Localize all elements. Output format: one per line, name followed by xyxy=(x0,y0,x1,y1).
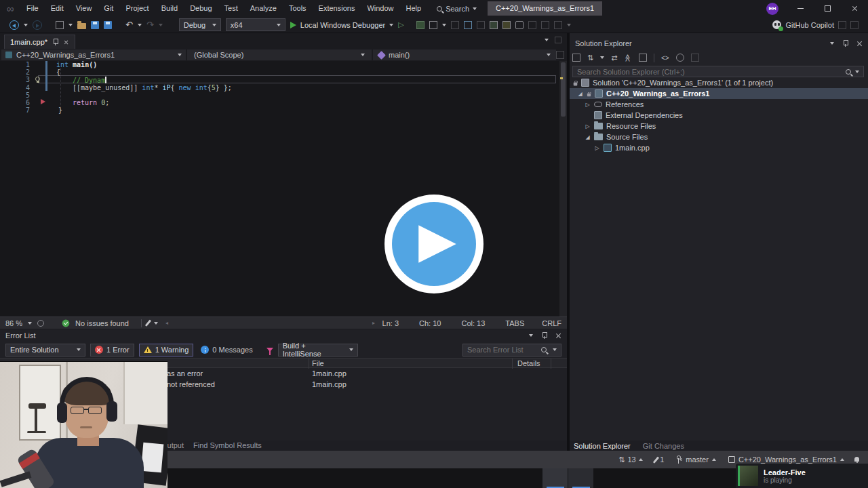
messages-filter-button[interactable]: 0 Messages xyxy=(198,346,255,354)
restore-button[interactable] xyxy=(814,0,841,17)
scrollbar-thumb[interactable] xyxy=(561,62,566,117)
spellcheck-icon[interactable] xyxy=(451,21,459,29)
menu-project[interactable]: Project xyxy=(119,0,155,17)
menu-debug[interactable]: Debug xyxy=(184,0,218,17)
sync-commits-button[interactable]: ⇅ 13 xyxy=(618,455,642,464)
pending-dropdown-icon[interactable] xyxy=(600,56,604,59)
char-indicator[interactable]: Ch: 10 xyxy=(419,319,441,327)
tab-find-symbol-results[interactable]: Find Symbol Results xyxy=(193,441,262,449)
lightbulb-icon[interactable] xyxy=(35,77,40,81)
menu-file[interactable]: File xyxy=(20,0,45,17)
menu-extensions[interactable]: Extensions xyxy=(313,0,361,17)
debug-arrow-icon[interactable] xyxy=(41,99,45,104)
navigate-forward-button[interactable] xyxy=(33,20,42,30)
tree-item-references[interactable]: ▷ References xyxy=(585,99,644,110)
next-bookmark-icon[interactable] xyxy=(541,21,549,29)
tree-item-external-dependencies[interactable]: ▷ External Dependencies xyxy=(585,110,683,121)
close-button[interactable] xyxy=(841,0,868,17)
tree-item-solution[interactable]: Solution 'C++20_Warnings_as_Errors1' (1 … xyxy=(573,77,773,88)
nav-scope-dropdown[interactable]: (Global Scope) xyxy=(187,49,372,60)
menu-test[interactable]: Test xyxy=(218,0,244,17)
navigate-back-button[interactable] xyxy=(9,20,19,30)
panel-close-icon[interactable] xyxy=(856,41,863,47)
menu-tools[interactable]: Tools xyxy=(283,0,313,17)
tree-item-project[interactable]: ◢ C++20_Warnings_as_Errors1 xyxy=(577,88,709,99)
indent-mode[interactable]: TABS xyxy=(505,319,524,327)
attach-dropdown-icon[interactable] xyxy=(442,24,446,26)
pin-tab-icon[interactable] xyxy=(52,39,58,45)
column-file[interactable]: File xyxy=(312,359,324,367)
redo-dropdown-icon[interactable] xyxy=(159,24,163,26)
save-icon[interactable] xyxy=(91,21,99,29)
toolbar-overflow-icon[interactable] xyxy=(567,24,571,26)
show-all-files-icon[interactable] xyxy=(639,54,647,62)
menu-window[interactable]: Window xyxy=(361,0,399,17)
tree-item-source-files[interactable]: ◢ Source Files xyxy=(585,131,648,142)
comment-icon[interactable] xyxy=(490,21,498,29)
panel-menu-icon[interactable] xyxy=(830,42,834,45)
video-play-button[interactable] xyxy=(384,195,484,293)
tab-1main-cpp[interactable]: 1main.cpp* xyxy=(4,35,75,49)
user-avatar[interactable]: EH xyxy=(766,3,778,15)
bookmark-icon[interactable] xyxy=(515,21,524,29)
pending-changes-icon[interactable]: ⇅ xyxy=(587,54,593,62)
editor-scrollbar[interactable] xyxy=(559,61,567,317)
back-dropdown-icon[interactable] xyxy=(24,24,28,26)
collapsed-icon[interactable]: ▷ xyxy=(585,123,591,129)
solution-search-input[interactable] xyxy=(577,68,821,76)
menu-git[interactable]: Git xyxy=(98,0,119,17)
code-editor[interactable]: 1 2 3 4 5 6 7 int main() { // Dynam [[ma… xyxy=(0,61,567,317)
menu-edit[interactable]: Edit xyxy=(45,0,70,17)
redo-icon[interactable]: ↷ xyxy=(146,20,154,30)
collapsed-icon[interactable]: ▷ xyxy=(585,102,591,108)
audio-icon[interactable] xyxy=(37,320,44,327)
nav-member-dropdown[interactable]: main() xyxy=(373,49,556,60)
nav-project-dropdown[interactable]: C++20_Warnings_as_Errors1 xyxy=(1,49,186,60)
float-tab-icon[interactable] xyxy=(555,37,561,43)
scroll-right-icon[interactable]: ▸ xyxy=(371,320,377,326)
eol-mode[interactable]: CRLF xyxy=(542,319,561,327)
prev-bookmark-icon[interactable] xyxy=(528,21,536,29)
clear-bookmarks-icon[interactable] xyxy=(554,21,562,29)
tab-solution-explorer[interactable]: Solution Explorer xyxy=(574,442,631,450)
solution-platforms-select[interactable]: x64 xyxy=(226,18,285,31)
health-status[interactable]: No issues found xyxy=(75,319,129,327)
repository-selector[interactable]: C++20_Warnings_as_Errors1 xyxy=(728,455,844,464)
cursor-select-icon[interactable] xyxy=(464,21,472,29)
refresh-icon[interactable]: ⇄ xyxy=(611,54,617,62)
scope-filter-select[interactable]: Entire Solution xyxy=(5,344,85,357)
notifications-button[interactable] xyxy=(854,457,860,463)
new-project-icon[interactable] xyxy=(56,21,64,29)
menu-view[interactable]: View xyxy=(70,0,98,17)
warnings-filter-button[interactable]: 1 Warning xyxy=(139,344,194,357)
expanded-icon[interactable]: ◢ xyxy=(585,134,591,140)
new-dropdown-icon[interactable] xyxy=(68,24,73,26)
error-search-input[interactable] xyxy=(467,346,535,354)
minimize-button[interactable] xyxy=(787,0,814,17)
collapse-all-icon[interactable]: ≪ xyxy=(624,54,633,62)
scroll-left-icon[interactable]: ◂ xyxy=(163,320,170,326)
panel-close-icon[interactable] xyxy=(555,333,561,339)
view-code-icon[interactable]: <> xyxy=(661,54,669,62)
uncomment-icon[interactable] xyxy=(502,21,511,29)
menu-build[interactable]: Build xyxy=(155,0,184,17)
zoom-level-select[interactable]: 86 % xyxy=(5,319,22,327)
column-details[interactable]: Details xyxy=(517,359,540,367)
start-without-debugging-icon[interactable]: ▷ xyxy=(398,20,403,29)
save-all-icon[interactable] xyxy=(104,21,112,29)
github-copilot-button[interactable]: GitHub Copilot xyxy=(772,20,868,29)
solution-search-box[interactable] xyxy=(572,66,864,77)
errors-filter-button[interactable]: 1 Error xyxy=(90,344,134,357)
zoom-dropdown-icon[interactable] xyxy=(28,322,32,325)
error-search-box[interactable] xyxy=(462,344,561,357)
solution-configurations-select[interactable]: Debug xyxy=(179,18,221,31)
tree-item-resource-files[interactable]: ▷ Resource Files xyxy=(585,121,656,131)
panel-pin-icon[interactable] xyxy=(541,332,547,339)
start-debugging-button[interactable]: Local Windows Debugger xyxy=(290,21,393,29)
undo-icon[interactable]: ↶ xyxy=(125,20,133,30)
expanded-icon[interactable]: ◢ xyxy=(577,91,583,97)
user-feedback-icon[interactable] xyxy=(850,21,859,29)
send-feedback-icon[interactable] xyxy=(838,21,846,29)
menu-analyze[interactable]: Analyze xyxy=(244,0,283,17)
hot-reload-icon[interactable] xyxy=(416,21,425,29)
